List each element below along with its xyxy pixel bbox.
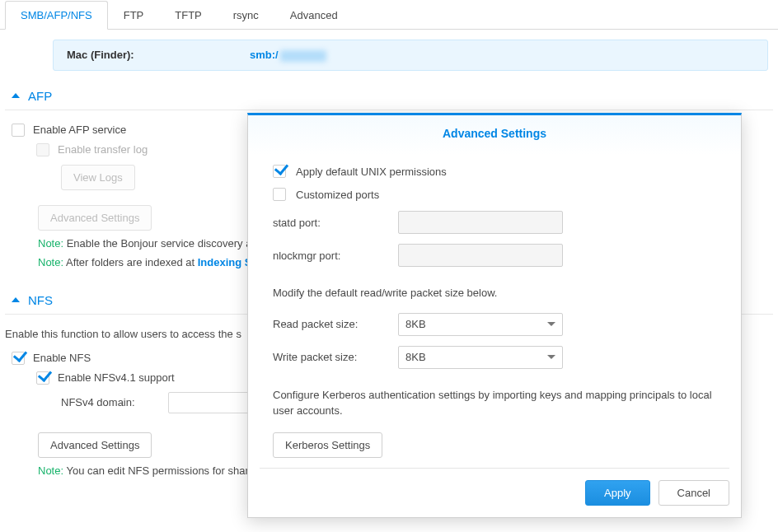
customized-ports-label: Customized ports [296, 189, 379, 201]
enable-nfs-checkbox[interactable] [12, 352, 25, 365]
packet-size-description: Modify the default read/write packet siz… [273, 272, 716, 308]
chevron-up-icon [12, 297, 20, 302]
apply-unix-permissions-checkbox[interactable] [273, 165, 286, 178]
tab-rsync[interactable]: rsync [218, 1, 274, 30]
statd-port-label: statd port: [273, 217, 398, 229]
customized-ports-checkbox[interactable] [273, 188, 286, 201]
apply-unix-permissions-label: Apply default UNIX permissions [296, 166, 447, 178]
kerberos-settings-button[interactable]: Kerberos Settings [273, 432, 382, 458]
enable-afp-label: Enable AFP service [33, 124, 126, 136]
nfsv4-domain-label: NFSv4 domain: [61, 396, 168, 408]
read-packet-size-select[interactable]: 8KB [398, 313, 563, 336]
tab-ftp[interactable]: FTP [108, 1, 160, 30]
enable-nfsv41-label: Enable NFSv4.1 support [58, 371, 175, 384]
tab-smb-afp-nfs[interactable]: SMB/AFP/NFS [5, 1, 108, 30]
write-packet-size-label: Write packet size: [273, 351, 398, 363]
chevron-down-icon [547, 355, 555, 359]
nfs-advanced-settings-button[interactable]: Advanced Settings [38, 432, 152, 458]
tab-tftp[interactable]: TFTP [159, 1, 218, 30]
mac-finder-value: smb:/ [250, 49, 326, 62]
chevron-down-icon [547, 322, 555, 326]
afp-title: AFP [28, 89, 52, 103]
statd-port-input [398, 211, 563, 234]
read-packet-size-value: 8KB [405, 318, 426, 330]
write-packet-size-select[interactable]: 8KB [398, 346, 563, 369]
dialog-footer: Apply Cancel [260, 468, 729, 517]
enable-transfer-log-checkbox [36, 143, 49, 156]
chevron-up-icon [12, 93, 20, 98]
redacted-host [280, 50, 326, 62]
nlockmgr-port-label: nlockmgr port: [273, 250, 398, 262]
enable-nfs-label: Enable NFS [33, 352, 91, 364]
nlockmgr-port-input [398, 244, 563, 267]
afp-section-header[interactable]: AFP [5, 81, 773, 110]
view-logs-button: View Logs [61, 165, 135, 190]
tab-advanced[interactable]: Advanced [274, 1, 354, 30]
mac-finder-bar: Mac (Finder): smb:/ [53, 40, 768, 71]
dialog-title: Advanced Settings [248, 115, 741, 155]
afp-advanced-settings-button: Advanced Settings [38, 205, 152, 231]
nfs-title: NFS [28, 293, 53, 307]
enable-nfsv41-checkbox[interactable] [36, 371, 49, 385]
kerberos-description: Configure Kerberos authentication settin… [273, 374, 716, 426]
mac-finder-label: Mac (Finder): [67, 49, 250, 61]
nfsv4-domain-input[interactable] [168, 392, 251, 413]
indexing-service-link[interactable]: Indexing S [198, 256, 252, 268]
write-packet-size-value: 8KB [405, 351, 426, 363]
tab-bar: SMB/AFP/NFS FTP TFTP rsync Advanced [0, 0, 778, 30]
apply-button[interactable]: Apply [585, 480, 650, 506]
read-packet-size-label: Read packet size: [273, 318, 398, 330]
enable-transfer-log-label: Enable transfer log [58, 143, 148, 156]
dialog-body: Apply default UNIX permissions Customize… [248, 155, 741, 468]
enable-afp-checkbox[interactable] [12, 124, 25, 137]
advanced-settings-dialog: Advanced Settings Apply default UNIX per… [247, 113, 742, 518]
cancel-button[interactable]: Cancel [658, 480, 729, 506]
